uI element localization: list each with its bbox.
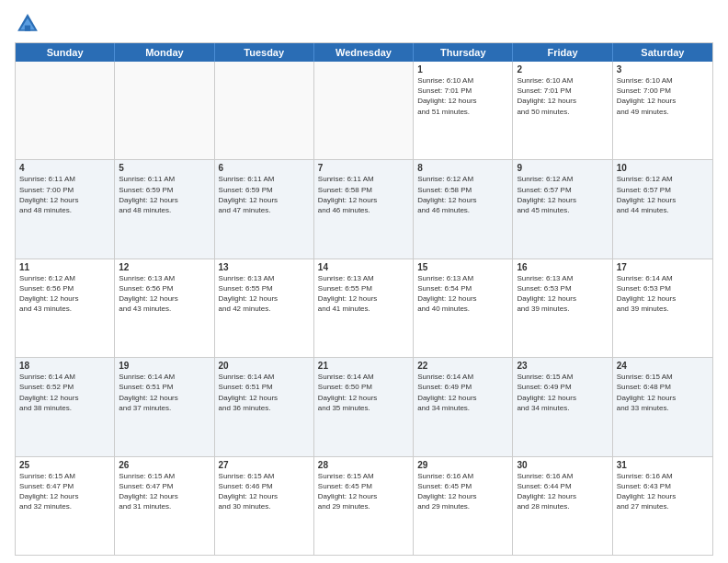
day-info: Sunrise: 6:16 AM Sunset: 6:43 PM Dayligh… <box>617 471 709 512</box>
calendar-day-cell: 17Sunrise: 6:14 AM Sunset: 6:53 PM Dayli… <box>613 259 712 357</box>
calendar-body: 1Sunrise: 6:10 AM Sunset: 7:01 PM Daylig… <box>16 62 712 555</box>
day-info: Sunrise: 6:15 AM Sunset: 6:45 PM Dayligh… <box>318 471 409 512</box>
day-number: 28 <box>318 460 409 470</box>
day-number: 13 <box>219 262 310 272</box>
calendar-day-cell: 28Sunrise: 6:15 AM Sunset: 6:45 PM Dayli… <box>314 457 414 555</box>
day-info: Sunrise: 6:15 AM Sunset: 6:48 PM Dayligh… <box>617 372 709 413</box>
weekday-header: Monday <box>115 43 214 62</box>
day-info: Sunrise: 6:11 AM Sunset: 7:00 PM Dayligh… <box>19 174 110 215</box>
day-info: Sunrise: 6:15 AM Sunset: 6:47 PM Dayligh… <box>19 471 110 512</box>
weekday-header: Tuesday <box>215 43 314 62</box>
calendar-day-cell: 22Sunrise: 6:14 AM Sunset: 6:49 PM Dayli… <box>414 358 513 455</box>
day-number: 8 <box>417 163 508 173</box>
day-info: Sunrise: 6:11 AM Sunset: 6:58 PM Dayligh… <box>318 174 409 215</box>
calendar-day-cell: 27Sunrise: 6:15 AM Sunset: 6:46 PM Dayli… <box>215 457 314 555</box>
day-number: 22 <box>417 361 508 371</box>
day-info: Sunrise: 6:15 AM Sunset: 6:46 PM Dayligh… <box>219 471 310 512</box>
calendar-day-cell: 24Sunrise: 6:15 AM Sunset: 6:48 PM Dayli… <box>613 358 712 455</box>
day-info: Sunrise: 6:12 AM Sunset: 6:57 PM Dayligh… <box>517 174 608 215</box>
calendar-day-cell: 31Sunrise: 6:16 AM Sunset: 6:43 PM Dayli… <box>613 457 712 555</box>
day-info: Sunrise: 6:14 AM Sunset: 6:49 PM Dayligh… <box>417 372 508 413</box>
weekday-header: Saturday <box>613 43 712 62</box>
day-info: Sunrise: 6:10 AM Sunset: 7:00 PM Dayligh… <box>617 75 709 117</box>
calendar-day-cell: 11Sunrise: 6:12 AM Sunset: 6:56 PM Dayli… <box>16 259 115 357</box>
day-number: 24 <box>617 361 709 371</box>
svg-rect-2 <box>25 26 30 31</box>
day-info: Sunrise: 6:11 AM Sunset: 6:59 PM Dayligh… <box>119 174 210 215</box>
day-info: Sunrise: 6:15 AM Sunset: 6:49 PM Dayligh… <box>517 372 608 413</box>
day-number: 20 <box>219 361 310 371</box>
calendar-day-cell: 13Sunrise: 6:13 AM Sunset: 6:55 PM Dayli… <box>215 259 314 357</box>
weekday-header: Sunday <box>16 43 115 62</box>
day-info: Sunrise: 6:14 AM Sunset: 6:51 PM Dayligh… <box>119 372 210 413</box>
day-info: Sunrise: 6:12 AM Sunset: 6:57 PM Dayligh… <box>617 174 709 215</box>
day-info: Sunrise: 6:14 AM Sunset: 6:53 PM Dayligh… <box>617 273 709 315</box>
day-info: Sunrise: 6:15 AM Sunset: 6:47 PM Dayligh… <box>119 471 210 512</box>
weekday-header: Friday <box>513 43 612 62</box>
day-number: 5 <box>119 163 210 173</box>
logo <box>15 11 44 37</box>
day-info: Sunrise: 6:16 AM Sunset: 6:44 PM Dayligh… <box>517 471 608 512</box>
day-info: Sunrise: 6:14 AM Sunset: 6:50 PM Dayligh… <box>318 372 409 413</box>
day-number: 9 <box>517 163 608 173</box>
day-number: 21 <box>318 361 409 371</box>
calendar-header: SundayMondayTuesdayWednesdayThursdayFrid… <box>16 43 712 62</box>
calendar-day-cell: 3Sunrise: 6:10 AM Sunset: 7:00 PM Daylig… <box>613 62 712 159</box>
calendar-day-cell: 15Sunrise: 6:13 AM Sunset: 6:54 PM Dayli… <box>414 259 513 357</box>
day-info: Sunrise: 6:10 AM Sunset: 7:01 PM Dayligh… <box>517 75 608 117</box>
day-number: 2 <box>517 64 608 75</box>
day-number: 17 <box>617 262 709 272</box>
calendar-day-cell: 1Sunrise: 6:10 AM Sunset: 7:01 PM Daylig… <box>414 62 513 159</box>
calendar-day-cell: 26Sunrise: 6:15 AM Sunset: 6:47 PM Dayli… <box>115 457 214 555</box>
calendar-day-cell: 10Sunrise: 6:12 AM Sunset: 6:57 PM Dayli… <box>613 160 712 258</box>
day-number: 30 <box>517 460 608 470</box>
calendar-day-cell: 19Sunrise: 6:14 AM Sunset: 6:51 PM Dayli… <box>115 358 214 455</box>
day-number: 31 <box>617 460 709 470</box>
day-number: 23 <box>517 361 608 371</box>
day-number: 7 <box>318 163 409 173</box>
calendar-row: 25Sunrise: 6:15 AM Sunset: 6:47 PM Dayli… <box>16 457 712 555</box>
day-number: 12 <box>119 262 210 272</box>
day-info: Sunrise: 6:12 AM Sunset: 6:58 PM Dayligh… <box>417 174 508 215</box>
logo-icon <box>15 11 40 37</box>
weekday-header: Wednesday <box>314 43 414 62</box>
calendar-row: 1Sunrise: 6:10 AM Sunset: 7:01 PM Daylig… <box>16 62 712 160</box>
day-info: Sunrise: 6:16 AM Sunset: 6:45 PM Dayligh… <box>417 471 508 512</box>
day-number: 16 <box>517 262 608 272</box>
calendar-day-cell: 7Sunrise: 6:11 AM Sunset: 6:58 PM Daylig… <box>314 160 414 258</box>
day-info: Sunrise: 6:11 AM Sunset: 6:59 PM Dayligh… <box>219 174 310 215</box>
weekday-header: Thursday <box>414 43 513 62</box>
day-info: Sunrise: 6:14 AM Sunset: 6:52 PM Dayligh… <box>19 372 110 413</box>
day-number: 26 <box>119 460 210 470</box>
calendar-day-cell: 6Sunrise: 6:11 AM Sunset: 6:59 PM Daylig… <box>215 160 314 258</box>
calendar-empty-cell <box>115 62 214 159</box>
day-info: Sunrise: 6:13 AM Sunset: 6:55 PM Dayligh… <box>219 273 310 315</box>
calendar-row: 4Sunrise: 6:11 AM Sunset: 7:00 PM Daylig… <box>16 160 712 259</box>
day-info: Sunrise: 6:13 AM Sunset: 6:54 PM Dayligh… <box>417 273 508 315</box>
calendar-day-cell: 5Sunrise: 6:11 AM Sunset: 6:59 PM Daylig… <box>115 160 214 258</box>
page: SundayMondayTuesdayWednesdayThursdayFrid… <box>0 0 728 563</box>
calendar-day-cell: 14Sunrise: 6:13 AM Sunset: 6:55 PM Dayli… <box>314 259 414 357</box>
day-info: Sunrise: 6:13 AM Sunset: 6:55 PM Dayligh… <box>318 273 409 315</box>
calendar-day-cell: 23Sunrise: 6:15 AM Sunset: 6:49 PM Dayli… <box>513 358 612 455</box>
calendar-day-cell: 4Sunrise: 6:11 AM Sunset: 7:00 PM Daylig… <box>16 160 115 258</box>
header <box>15 11 713 37</box>
calendar-day-cell: 18Sunrise: 6:14 AM Sunset: 6:52 PM Dayli… <box>16 358 115 455</box>
calendar-day-cell: 8Sunrise: 6:12 AM Sunset: 6:58 PM Daylig… <box>414 160 513 258</box>
day-number: 11 <box>19 262 110 272</box>
calendar-row: 11Sunrise: 6:12 AM Sunset: 6:56 PM Dayli… <box>16 259 712 358</box>
calendar-day-cell: 20Sunrise: 6:14 AM Sunset: 6:51 PM Dayli… <box>215 358 314 455</box>
day-number: 10 <box>617 163 709 173</box>
day-number: 18 <box>19 361 110 371</box>
calendar-empty-cell <box>16 62 115 159</box>
day-number: 6 <box>219 163 310 173</box>
calendar-day-cell: 2Sunrise: 6:10 AM Sunset: 7:01 PM Daylig… <box>513 62 612 159</box>
day-info: Sunrise: 6:14 AM Sunset: 6:51 PM Dayligh… <box>219 372 310 413</box>
calendar-day-cell: 16Sunrise: 6:13 AM Sunset: 6:53 PM Dayli… <box>513 259 612 357</box>
calendar-empty-cell <box>215 62 314 159</box>
day-number: 27 <box>219 460 310 470</box>
day-info: Sunrise: 6:13 AM Sunset: 6:53 PM Dayligh… <box>517 273 608 315</box>
calendar-day-cell: 30Sunrise: 6:16 AM Sunset: 6:44 PM Dayli… <box>513 457 612 555</box>
day-number: 25 <box>19 460 110 470</box>
day-number: 14 <box>318 262 409 272</box>
